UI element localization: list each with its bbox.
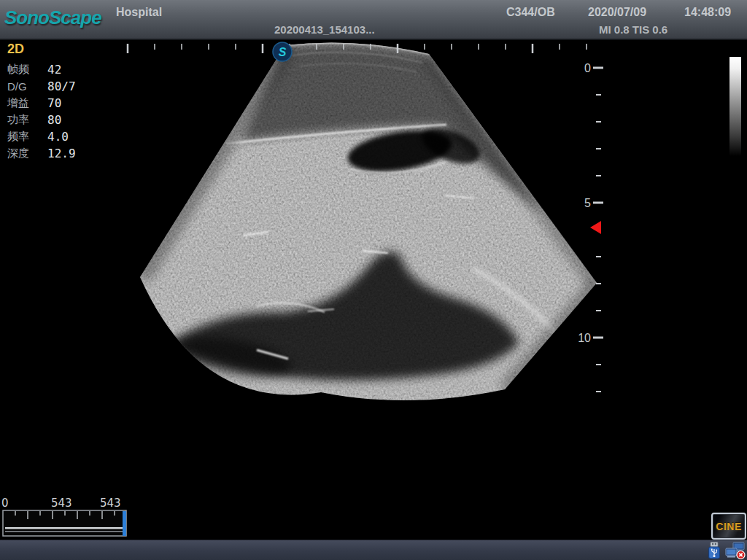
cine-start-label: 0 [1, 497, 9, 510]
depth-label-10: 10 [578, 332, 591, 344]
image-area: S 0 5 10 [0, 0, 747, 560]
cine-mid-label: 543 [51, 497, 72, 510]
focus-marker-icon [590, 221, 601, 234]
cine-button-label: CINE [716, 521, 741, 532]
network-disconnected-icon[interactable] [725, 542, 746, 559]
cine-cursor[interactable] [123, 511, 126, 536]
red-x-badge [737, 551, 745, 559]
usb-icon[interactable] [705, 542, 724, 559]
depth-label-5: 5 [584, 197, 591, 209]
cine-track-shadow [5, 531, 123, 532]
ultrasound-screen: SonoScape Hospital C344/OB 2020/07/09 14… [0, 0, 747, 560]
cine-track [5, 527, 123, 529]
bmode-fan-image [117, 33, 605, 401]
depth-label-0: 0 [584, 62, 591, 74]
cine-button[interactable]: CINE [711, 513, 746, 540]
grayscale-bar [729, 57, 741, 156]
orientation-marker-letter: S [279, 46, 287, 58]
cine-progress-ruler[interactable] [2, 510, 131, 537]
orientation-marker: S [273, 42, 292, 61]
cine-end-label: 543 [100, 497, 121, 510]
taskbar [0, 540, 747, 560]
